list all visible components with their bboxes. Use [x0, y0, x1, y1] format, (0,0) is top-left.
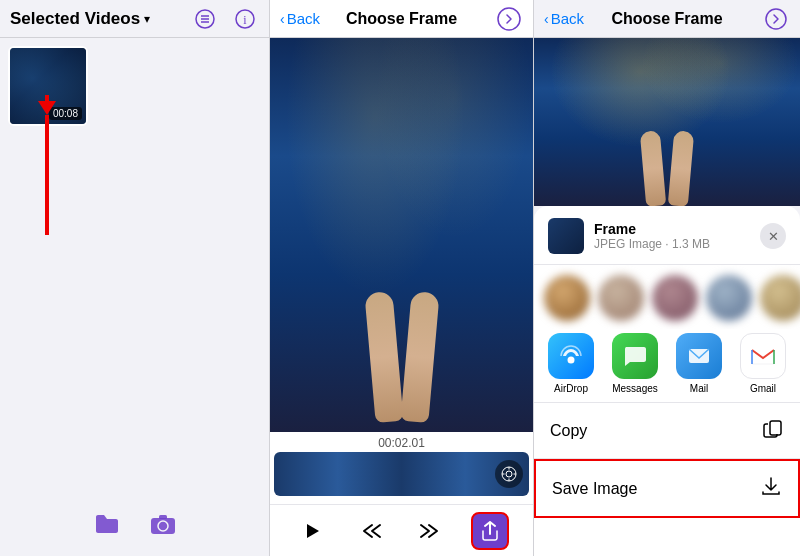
copy-icon: [762, 417, 784, 444]
left-panel: Selected Videos ▾ i 00:08: [0, 0, 270, 556]
back-chevron-icon-right: ‹: [544, 11, 549, 27]
svg-point-9: [498, 8, 520, 30]
header-icons: i: [191, 5, 259, 33]
contact-avatar-3[interactable]: [652, 275, 698, 321]
middle-panel-title: Choose Frame: [346, 10, 457, 28]
messages-icon: [612, 333, 658, 379]
save-image-label: Save Image: [552, 480, 637, 498]
camera-icon[interactable]: [145, 506, 181, 542]
back-button-middle[interactable]: ‹ Back: [280, 10, 320, 27]
right-header: ‹ Back Choose Frame: [534, 0, 800, 38]
list-icon[interactable]: [191, 5, 219, 33]
selected-videos-title: Selected Videos: [10, 9, 140, 29]
apps-row: AirDrop Messages Mail: [534, 329, 800, 402]
back-label-right: Back: [551, 10, 584, 27]
airdrop-label: AirDrop: [554, 383, 588, 394]
right-panel-title: Choose Frame: [611, 10, 722, 28]
action-list: Copy Save Image: [534, 402, 800, 556]
next-frame-button[interactable]: [412, 513, 448, 549]
arrow-shaft: [45, 115, 49, 235]
svg-point-18: [568, 357, 575, 364]
filmstrip-settings-icon[interactable]: [495, 460, 523, 488]
back-label-middle: Back: [287, 10, 320, 27]
arrow-head-shape: [38, 101, 56, 115]
copy-label: Copy: [550, 422, 587, 440]
back-button-right[interactable]: ‹ Back: [544, 10, 584, 27]
contact-avatar-5[interactable]: [760, 275, 800, 321]
svg-point-11: [506, 471, 512, 477]
play-button[interactable]: [294, 513, 330, 549]
save-image-action[interactable]: Save Image: [534, 459, 800, 518]
app-mail[interactable]: Mail: [673, 333, 725, 394]
app-airdrop[interactable]: AirDrop: [545, 333, 597, 394]
legs-shape: [362, 272, 442, 422]
right-leg-right: [668, 130, 694, 206]
timestamp-value: 00:02.01: [378, 436, 425, 450]
forward-icon[interactable]: [495, 5, 523, 33]
share-thumb: [548, 218, 584, 254]
right-leg-left: [640, 130, 666, 206]
svg-rect-8: [159, 515, 167, 519]
svg-marker-16: [307, 524, 319, 538]
copy-action[interactable]: Copy: [534, 403, 800, 459]
share-sheet: Frame JPEG Image · 1.3 MB ✕: [534, 206, 800, 556]
share-close-button[interactable]: ✕: [760, 223, 786, 249]
mail-label: Mail: [690, 383, 708, 394]
right-panel: ‹ Back Choose Frame Frame JPEG Image · 1…: [534, 0, 800, 556]
middle-header: ‹ Back Choose Frame: [270, 0, 533, 38]
leg-right: [400, 291, 439, 423]
share-file-info: Frame JPEG Image · 1.3 MB: [594, 221, 750, 251]
share-sheet-header: Frame JPEG Image · 1.3 MB ✕: [534, 206, 800, 265]
share-file-name: Frame: [594, 221, 750, 237]
contact-avatar-1[interactable]: [544, 275, 590, 321]
timestamp-label: 00:02.01: [270, 432, 533, 454]
forward-icon-right[interactable]: [762, 5, 790, 33]
info-icon[interactable]: i: [231, 5, 259, 33]
gmail-label: Gmail: [750, 383, 776, 394]
video-preview-area: [270, 38, 533, 432]
arrow-indicator: [38, 95, 56, 235]
left-header: Selected Videos ▾ i: [0, 0, 269, 38]
save-image-icon: [760, 475, 782, 502]
back-chevron-icon: ‹: [280, 11, 285, 27]
contact-avatar-4[interactable]: [706, 275, 752, 321]
left-footer: [0, 506, 269, 542]
share-button-middle[interactable]: [471, 512, 509, 550]
gmail-icon: [740, 333, 786, 379]
chevron-down-icon[interactable]: ▾: [144, 12, 150, 26]
messages-label: Messages: [612, 383, 658, 394]
app-gmail[interactable]: Gmail: [737, 333, 789, 394]
leg-left: [364, 291, 403, 423]
svg-point-17: [766, 9, 786, 29]
share-file-meta: JPEG Image · 1.3 MB: [594, 237, 750, 251]
right-video-preview: [534, 38, 800, 206]
filmstrip[interactable]: [274, 452, 529, 496]
app-messages[interactable]: Messages: [609, 333, 661, 394]
airdrop-icon: [548, 333, 594, 379]
mail-icon: [676, 333, 722, 379]
contact-avatar-2[interactable]: [598, 275, 644, 321]
svg-rect-20: [770, 421, 781, 435]
close-icon: ✕: [768, 229, 779, 244]
svg-text:i: i: [243, 13, 247, 27]
middle-panel: ‹ Back Choose Frame 00:02.01: [270, 0, 534, 556]
prev-frame-button[interactable]: [353, 513, 389, 549]
folder-icon[interactable]: [89, 506, 125, 542]
middle-controls: [270, 504, 533, 556]
right-legs: [637, 116, 697, 206]
contacts-row: [534, 265, 800, 329]
